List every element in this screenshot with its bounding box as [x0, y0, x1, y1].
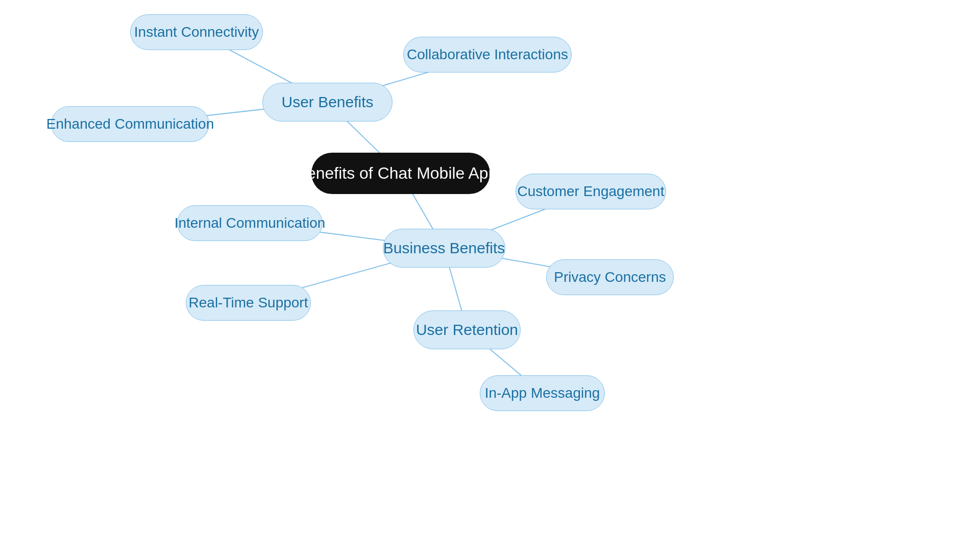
instant-connectivity-node: Instant Connectivity [130, 14, 263, 50]
collaborative-interactions-node: Collaborative Interactions [403, 37, 572, 73]
center-label: Benefits of Chat Mobile Apps [296, 164, 506, 183]
user-retention-label: User Retention [416, 321, 518, 339]
connection-lines [0, 0, 980, 553]
customer-engagement-label: Customer Engagement [518, 183, 665, 200]
user-benefits-label: User Benefits [281, 93, 373, 111]
real-time-support-node: Real-Time Support [186, 285, 311, 321]
user-retention-node: User Retention [413, 310, 521, 349]
internal-communication-node: Internal Communication [177, 205, 323, 241]
privacy-concerns-node: Privacy Concerns [546, 259, 674, 295]
customer-engagement-node: Customer Engagement [516, 174, 666, 209]
real-time-support-label: Real-Time Support [189, 295, 308, 311]
business-benefits-label: Business Benefits [383, 239, 505, 257]
user-benefits-node: User Benefits [262, 83, 393, 122]
privacy-concerns-label: Privacy Concerns [554, 269, 666, 285]
center-node: Benefits of Chat Mobile Apps [311, 153, 490, 194]
collaborative-interactions-label: Collaborative Interactions [407, 46, 568, 63]
in-app-messaging-label: In-App Messaging [485, 385, 600, 401]
in-app-messaging-node: In-App Messaging [480, 375, 605, 411]
instant-connectivity-label: Instant Connectivity [134, 24, 259, 40]
enhanced-communication-label: Enhanced Communication [46, 116, 214, 132]
enhanced-communication-node: Enhanced Communication [51, 106, 209, 142]
business-benefits-node: Business Benefits [383, 229, 505, 268]
internal-communication-label: Internal Communication [175, 215, 326, 231]
